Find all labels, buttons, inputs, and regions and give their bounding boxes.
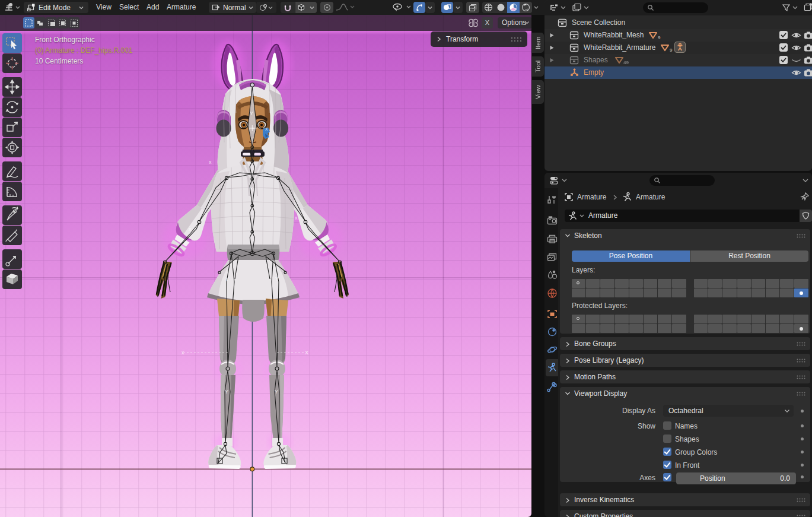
svg-text:Y: Y [250, 110, 253, 116]
svg-text:9: 9 [670, 47, 673, 53]
svg-text:Y: Y [225, 276, 229, 282]
svg-text:Y: Y [250, 186, 253, 192]
svg-text:Y: Y [275, 276, 279, 282]
svg-text:x: x [189, 226, 192, 232]
svg-text:x: x [181, 350, 184, 356]
svg-text:x: x [295, 215, 298, 221]
svg-text:x: x [209, 159, 212, 165]
svg-text:X: X [305, 350, 308, 356]
svg-text:x: x [265, 126, 268, 132]
svg-text:9: 9 [658, 35, 661, 40]
svg-text:49: 49 [623, 60, 629, 65]
svg-text:Y: Y [275, 389, 278, 395]
svg-text:Y: Y [225, 389, 228, 395]
